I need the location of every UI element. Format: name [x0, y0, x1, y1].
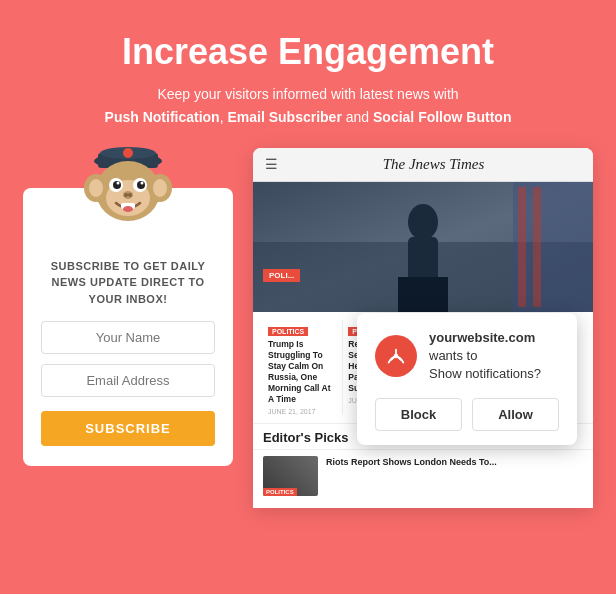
editors-pick-image: POLITICS [263, 456, 318, 496]
notif-wifi-icon [375, 335, 417, 377]
svg-point-23 [408, 204, 438, 240]
main-container: Increase Engagement Keep your visitors i… [0, 0, 616, 594]
news-image-bg: POLI... [253, 182, 593, 312]
svg-point-20 [123, 206, 133, 212]
subscribe-button[interactable]: SUBSCRIBE [41, 411, 215, 446]
email-input[interactable] [41, 364, 215, 397]
svg-rect-26 [518, 187, 526, 307]
svg-point-8 [153, 179, 167, 197]
block-button[interactable]: Block [375, 398, 462, 431]
svg-point-14 [117, 181, 120, 184]
svg-point-15 [141, 181, 144, 184]
editors-pick-title: Riots Report Shows London Needs To... [326, 456, 497, 496]
subtext: Keep your visitors informed with latest … [105, 83, 512, 128]
name-input[interactable] [41, 321, 215, 354]
browser-mockup: ☰ The Jnews Times [253, 148, 593, 508]
subtext-line1: Keep your visitors informed with latest … [157, 86, 458, 102]
svg-rect-28 [398, 277, 448, 312]
news-card-1: POLITICS Trump Is Struggling To Stay Cal… [263, 320, 343, 415]
svg-rect-27 [533, 187, 541, 307]
monkey-mascot [78, 133, 178, 233]
card-title-1: Trump Is Struggling To Stay Calm On Russ… [268, 339, 337, 405]
hamburger-icon[interactable]: ☰ [265, 156, 278, 172]
newspaper-title: The Jnews Times [286, 156, 581, 173]
card-tag-1: POLITICS [268, 327, 308, 336]
subtext-bold1: Push Notification [105, 109, 220, 125]
content-area: SUBSCRIBE TO GET DAILY NEWS UPDATE DIREC… [20, 148, 596, 508]
allow-button[interactable]: Allow [472, 398, 559, 431]
news-tag-politics: POLI... [263, 269, 300, 282]
widget-title: SUBSCRIBE TO GET DAILY NEWS UPDATE DIREC… [41, 258, 215, 308]
notif-top: yourwebsite.com wants toShow notificatio… [375, 329, 559, 384]
notification-popup: yourwebsite.com wants toShow notificatio… [357, 313, 577, 445]
svg-point-17 [124, 193, 128, 197]
subtext-and: and [346, 109, 373, 125]
editors-picks-row: POLITICS Riots Report Shows London Needs… [253, 450, 593, 502]
browser-bar: ☰ The Jnews Times [253, 148, 593, 182]
subtext-bold2: Email Subscriber [227, 109, 341, 125]
svg-point-18 [128, 193, 132, 197]
notif-buttons: Block Allow [375, 398, 559, 431]
editors-tag: POLITICS [263, 488, 297, 496]
card-date-1: JUNE 21, 2017 [268, 408, 337, 415]
subscribe-widget: SUBSCRIBE TO GET DAILY NEWS UPDATE DIREC… [23, 188, 233, 467]
svg-point-3 [123, 148, 133, 158]
page-headline: Increase Engagement [122, 30, 494, 73]
news-hero-image: POLI... [253, 182, 593, 312]
svg-point-7 [89, 179, 103, 197]
notif-message: yourwebsite.com wants toShow notificatio… [429, 329, 559, 384]
subtext-bold3: Social Follow Button [373, 109, 511, 125]
notif-site: yourwebsite.com [429, 330, 535, 345]
subtext-comma: , [220, 109, 224, 125]
